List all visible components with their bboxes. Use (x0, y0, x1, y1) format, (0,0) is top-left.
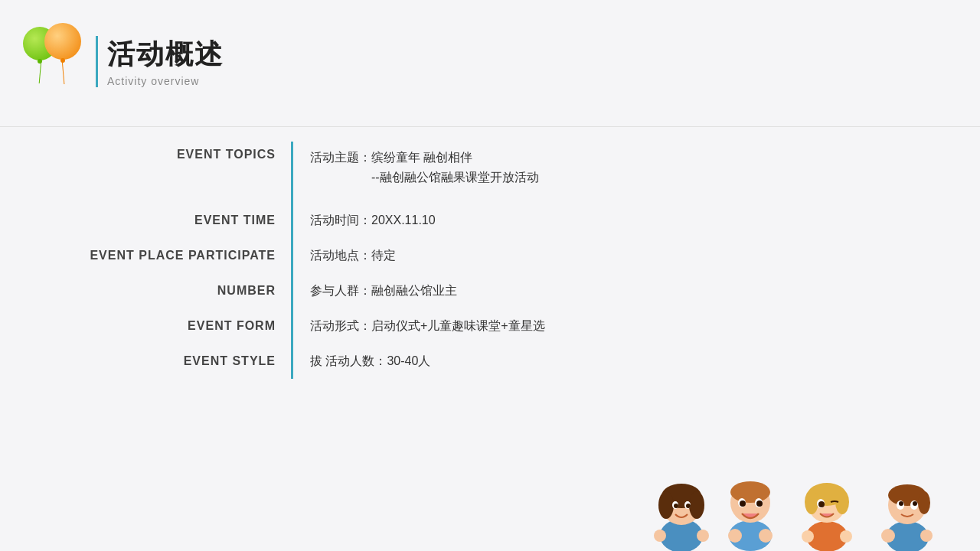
svg-point-28 (840, 530, 852, 543)
table-row: NUMBER 参与人群：融创融公馆业主 (0, 273, 980, 308)
topics-line2: --融创融公馆融果课堂开放活动 (310, 168, 980, 187)
svg-point-9 (654, 530, 666, 542)
children-illustration (628, 452, 980, 551)
label-event-topics: EVENT TOPICS (0, 142, 291, 161)
table-row: EVENT FORM 活动形式：启动仪式+儿童趣味课堂+童星选 (0, 308, 980, 344)
svg-point-35 (899, 501, 903, 506)
table-row: EVENT STYLE 拔 活动人数：30-40人 (0, 344, 980, 379)
svg-point-7 (674, 504, 678, 508)
svg-point-26 (818, 501, 825, 507)
label-number: NUMBER (0, 284, 291, 298)
topics-line1: 活动主题：缤纷童年 融创相伴 (310, 148, 980, 168)
svg-point-38 (920, 530, 933, 542)
svg-point-17 (756, 500, 763, 507)
title-block: 活动概述 Activity overview (96, 36, 224, 87)
value-event-style: 拔 活动人数：30-40人 (293, 351, 980, 371)
header: 活动概述 Activity overview (23, 23, 224, 99)
label-event-place: EVENT PLACE PARTICIPATE (0, 249, 291, 262)
children-svg (628, 452, 980, 551)
svg-point-8 (686, 504, 691, 508)
value-event-place: 活动地点：待定 (293, 246, 980, 266)
svg-point-16 (740, 500, 746, 507)
label-event-style: EVENT STYLE (0, 354, 291, 368)
balloon-string-orange (62, 60, 65, 84)
page-subtitle: Activity overview (107, 75, 224, 87)
table-row: EVENT TOPICS 活动主题：缤纷童年 融创相伴 --融创融公馆融果课堂开… (0, 142, 980, 203)
balloon-orange (44, 23, 81, 60)
event-table: EVENT TOPICS 活动主题：缤纷童年 融创相伴 --融创融公馆融果课堂开… (0, 142, 980, 379)
header-divider (0, 126, 980, 127)
label-event-form: EVENT FORM (0, 319, 291, 333)
page-title: 活动概述 (107, 36, 224, 73)
svg-point-13 (730, 481, 770, 503)
svg-point-4 (689, 491, 704, 519)
value-event-time: 活动时间：20XX.11.10 (293, 210, 980, 230)
svg-point-10 (697, 530, 709, 542)
svg-point-32 (918, 491, 930, 514)
svg-point-23 (805, 490, 818, 514)
svg-point-36 (913, 501, 917, 506)
balloon-string-green (39, 60, 42, 83)
svg-point-19 (759, 529, 773, 543)
value-event-topics: 活动主题：缤纷童年 融创相伴 --融创融公馆融果课堂开放活动 (293, 142, 980, 187)
svg-point-18 (728, 529, 742, 543)
table-row: EVENT PLACE PARTICIPATE 活动地点：待定 (0, 238, 980, 273)
value-event-form: 活动形式：启动仪式+儿童趣味课堂+童星选 (293, 316, 980, 336)
value-number: 参与人群：融创融公馆业主 (293, 281, 980, 301)
svg-point-37 (881, 529, 895, 543)
svg-point-27 (802, 530, 814, 543)
label-event-time: EVENT TIME (0, 214, 291, 227)
svg-point-3 (658, 491, 674, 519)
table-row: EVENT TIME 活动时间：20XX.11.10 (0, 203, 980, 238)
balloons-decoration (23, 23, 84, 99)
